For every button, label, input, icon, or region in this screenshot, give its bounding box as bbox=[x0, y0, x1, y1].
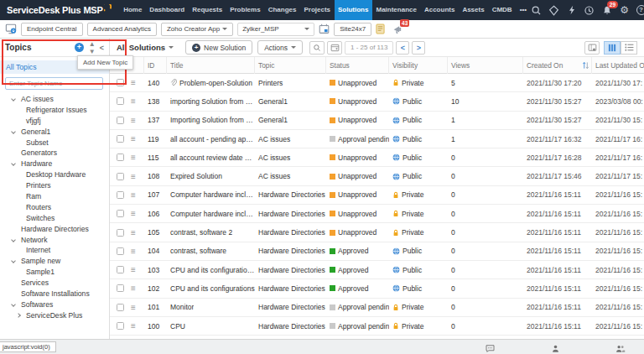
table-row-108[interactable]: ≡108Expired SolutionAC issuesUnapprovedP… bbox=[110, 167, 644, 185]
statusbar-item-groups[interactable]: Groups bbox=[602, 341, 639, 354]
sidebar-item-network[interactable]: Network bbox=[0, 235, 109, 246]
cell-title[interactable]: contrast, software 2 bbox=[167, 228, 255, 237]
new-solution-button[interactable]: + New Solution bbox=[185, 40, 252, 55]
page-size-icon[interactable] bbox=[327, 41, 342, 55]
drag-handle-icon[interactable]: ≡ bbox=[127, 190, 144, 200]
header-last-updated[interactable]: Last Updated On bbox=[592, 57, 644, 74]
settings-gear-icon[interactable]: ⚙ bbox=[619, 4, 631, 16]
topic-name-input[interactable] bbox=[5, 77, 103, 90]
nav-item-dashboard[interactable]: Dashboard bbox=[146, 0, 189, 20]
drag-handle-icon[interactable]: ≡ bbox=[127, 153, 144, 162]
row-checkbox[interactable] bbox=[117, 173, 124, 180]
cell-title[interactable]: contrast, software bbox=[167, 247, 255, 255]
app-logo[interactable]: ServiceDesk Plus MSP bbox=[0, 5, 112, 15]
sidebar-item-subset[interactable]: Subset bbox=[0, 138, 109, 148]
nav-item-accounts[interactable]: Accounts bbox=[420, 0, 458, 20]
search-icon[interactable] bbox=[531, 4, 543, 16]
table-row-101[interactable]: ≡101MonitorHardware DirectoriesApproval … bbox=[110, 299, 644, 317]
drag-handle-icon[interactable]: ≡ bbox=[127, 209, 144, 218]
list-search-icon[interactable] bbox=[309, 41, 325, 55]
cell-title[interactable]: Problem-open-Solution bbox=[167, 79, 255, 87]
row-checkbox[interactable] bbox=[117, 97, 124, 105]
cell-title[interactable]: all account - pending approval bbox=[167, 135, 255, 143]
cell-title[interactable]: CPU bbox=[167, 322, 255, 331]
nav-item-projects[interactable]: Projects bbox=[300, 0, 335, 20]
release-notes-icon[interactable] bbox=[376, 23, 385, 34]
cell-title[interactable]: Computer hardware includes the... bbox=[167, 210, 255, 218]
table-row-107[interactable]: ≡107Computer hardware includes the...Har… bbox=[110, 186, 644, 205]
list-view-toggle[interactable] bbox=[621, 41, 637, 55]
chevron-down-icon[interactable] bbox=[11, 237, 16, 242]
row-checkbox[interactable] bbox=[117, 304, 124, 311]
nav-item-assets[interactable]: Assets bbox=[459, 0, 488, 20]
row-checkbox[interactable] bbox=[117, 229, 124, 237]
drag-handle-icon[interactable]: ≡ bbox=[127, 247, 144, 256]
row-checkbox[interactable] bbox=[117, 154, 124, 161]
sidebar-item-softwares[interactable]: Softwares bbox=[0, 299, 109, 310]
column-settings-icon[interactable] bbox=[584, 41, 600, 55]
table-row-105[interactable]: ≡105contrast, software 2Hardware Directo… bbox=[110, 223, 644, 242]
drag-handle-icon[interactable]: ≡ bbox=[127, 284, 144, 293]
announcements-icon[interactable]: 43 bbox=[392, 23, 403, 34]
sidebar-item-printers[interactable]: Printers bbox=[0, 180, 109, 191]
nav-item-maintenance[interactable]: Maintenance bbox=[372, 0, 420, 20]
drag-handle-icon[interactable]: ≡ bbox=[127, 96, 144, 106]
sidebar-item-services[interactable]: Services bbox=[0, 278, 109, 289]
table-row-106[interactable]: ≡106Computer hardware includes the...Har… bbox=[110, 205, 644, 223]
sidebar-item-servicedesk-plus[interactable]: ServiceDesk Plus bbox=[0, 310, 109, 321]
header-id[interactable]: ID bbox=[144, 57, 167, 74]
sidebar-item-software-installations[interactable]: Software Installations bbox=[0, 289, 109, 299]
row-checkbox[interactable] bbox=[117, 79, 124, 86]
cell-title[interactable]: Expired Solution bbox=[167, 172, 255, 180]
header-created-on[interactable]: Created On bbox=[523, 57, 592, 74]
header-topic[interactable]: Topic bbox=[255, 57, 326, 74]
sidebar-item-hardware-directories[interactable]: Hardware Directories bbox=[0, 224, 109, 235]
account-dropdown[interactable]: Zylker_MSP bbox=[237, 23, 314, 36]
sidebar-item-desktop-hardware[interactable]: Desktop Hardware bbox=[0, 169, 109, 180]
cell-title[interactable]: Computer hardware includes the... bbox=[167, 190, 255, 199]
nav-item-solutions[interactable]: Solutions bbox=[335, 0, 372, 20]
chevron-down-icon[interactable] bbox=[11, 162, 16, 167]
cell-title[interactable]: Importing Solution from XLS bbox=[167, 116, 255, 124]
sidebar-item-sample-new[interactable]: Sample new bbox=[0, 256, 109, 267]
row-checkbox[interactable] bbox=[117, 191, 124, 199]
reorder-topics-icon[interactable]: ▲▼ bbox=[89, 40, 95, 55]
table-row-119[interactable]: ≡119all account - pending approvalAC iss… bbox=[110, 130, 644, 148]
nav-item-changes[interactable]: Changes bbox=[264, 0, 300, 20]
sidebar-item-generators[interactable]: Generators bbox=[0, 148, 109, 159]
history-icon[interactable] bbox=[584, 4, 595, 16]
collapse-sidebar-icon[interactable]: < bbox=[100, 44, 104, 52]
table-row-103[interactable]: ≡103CPU and its configurations 2Hardware… bbox=[110, 261, 644, 279]
drag-handle-icon[interactable]: ≡ bbox=[127, 303, 144, 312]
cell-title[interactable]: CPU and its configurations bbox=[167, 284, 255, 293]
sidebar-item-internet[interactable]: Internet bbox=[0, 245, 109, 256]
header-title[interactable]: Title bbox=[167, 57, 255, 74]
drag-handle-icon[interactable]: ≡ bbox=[127, 321, 144, 331]
nav-item-problems[interactable]: Problems bbox=[226, 0, 264, 20]
site24x7-button[interactable]: Site24x7 bbox=[334, 23, 371, 36]
chevron-down-icon[interactable] bbox=[11, 259, 16, 264]
sidebar-item-switches[interactable]: Switches bbox=[0, 213, 109, 224]
chevron-right-icon[interactable] bbox=[16, 313, 21, 318]
statusbar-item-technician[interactable]: Technician bbox=[537, 341, 574, 354]
sidebar-item-ram[interactable]: Ram bbox=[0, 191, 109, 202]
chevron-down-icon[interactable] bbox=[11, 96, 16, 102]
row-checkbox[interactable] bbox=[117, 117, 124, 124]
table-row-104[interactable]: ≡104contrast, softwareHardware Directori… bbox=[110, 242, 644, 261]
row-checkbox[interactable] bbox=[117, 135, 124, 143]
chevron-down-icon[interactable] bbox=[11, 129, 16, 134]
cell-title[interactable]: importing Solution from XLS1 bbox=[167, 97, 255, 106]
table-row-115[interactable]: ≡115all account review date 14 aug 2...A… bbox=[110, 148, 644, 167]
chevron-down-icon[interactable] bbox=[11, 302, 16, 307]
endpoint-agent-icon[interactable] bbox=[5, 23, 17, 34]
quick-actions-bolt-icon[interactable] bbox=[566, 4, 578, 16]
drag-handle-icon[interactable]: ≡ bbox=[127, 265, 144, 274]
table-row-102[interactable]: ≡102CPU and its configurationsHardware D… bbox=[110, 279, 644, 298]
sidebar-item-vfjgfj[interactable]: vfjgfj bbox=[0, 116, 109, 127]
table-row-138[interactable]: ≡138importing Solution from XLS1General1… bbox=[110, 92, 644, 111]
sidebar-item-routers[interactable]: Routers bbox=[0, 202, 109, 213]
sidebar-item-sample1[interactable]: Sample1 bbox=[0, 267, 109, 278]
row-checkbox[interactable] bbox=[117, 322, 124, 330]
statusbar-item-chats[interactable]: Chats bbox=[471, 341, 508, 354]
sidebar-item-general1[interactable]: General1 bbox=[0, 127, 109, 138]
